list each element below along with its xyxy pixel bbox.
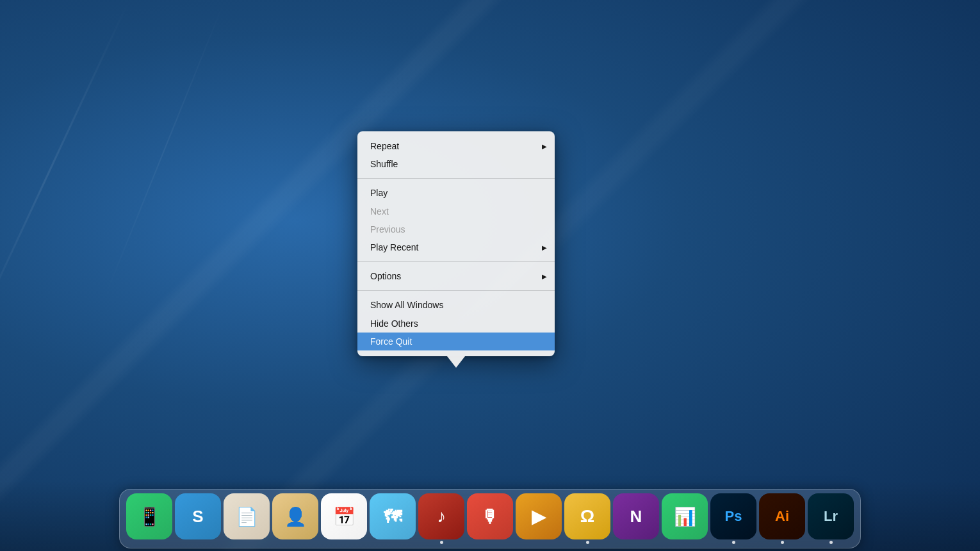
dock-dot-lightroom (829, 541, 833, 544)
dock-item-facetime[interactable]: 📱 (126, 493, 172, 544)
menu-separator (357, 261, 555, 262)
dock-icon-calendar: 📅 (321, 493, 367, 539)
menu-item-label: Force Quit (370, 336, 412, 347)
dock: 📱S📄👤📅🗺♪🎙▶ΩN📊PsAiLr (0, 481, 980, 551)
menu-item-play[interactable]: Play (357, 184, 555, 202)
menu-item-previous: Previous (357, 220, 555, 238)
dock-icon-facetime: 📱 (126, 493, 172, 539)
menu-item-next: Next (357, 202, 555, 220)
dock-icon-photoshop: Ps (710, 493, 756, 539)
dock-dot-photoshop (732, 541, 735, 544)
menu-separator (357, 178, 555, 179)
menu-item-label: Repeat (370, 140, 399, 152)
dock-icon-maps: 🗺 (370, 493, 416, 539)
dock-icon-podcasts: 🎙 (467, 493, 513, 539)
dock-item-calendar[interactable]: 📅 (321, 493, 367, 544)
dock-item-photoshop[interactable]: Ps (710, 493, 756, 544)
menu-item-label: Play (370, 187, 388, 199)
submenu-arrow-icon: ▶ (542, 243, 547, 252)
menu-item-showallwindows[interactable]: Show All Windows (357, 296, 555, 314)
menu-item-label: Hide Others (370, 318, 418, 329)
menu-item-forcequit[interactable]: Force Quit (357, 333, 555, 350)
menu-item-hideothers[interactable]: Hide Others (357, 315, 555, 333)
dock-item-hooks[interactable]: Ω (564, 493, 610, 544)
menu-separator (357, 290, 555, 291)
submenu-arrow-icon: ▶ (542, 272, 547, 281)
dock-item-podcasts[interactable]: 🎙 (467, 493, 513, 544)
dock-item-onenote[interactable]: N (613, 493, 659, 544)
dock-icon-papers: 📄 (224, 493, 270, 539)
submenu-arrow-icon: ▶ (542, 142, 547, 151)
dock-item-plex[interactable]: ▶ (516, 493, 562, 544)
dock-icon-scrivener: S (175, 493, 221, 539)
menu-item-label: Next (370, 206, 389, 217)
menu-item-repeat[interactable]: Repeat▶ (357, 137, 555, 155)
menu-item-options[interactable]: Options▶ (357, 267, 555, 285)
menu-item-label: Options (370, 270, 401, 282)
menu-item-label: Play Recent (370, 242, 418, 253)
dock-icon-onenote: N (613, 493, 659, 539)
dock-item-papers[interactable]: 📄 (224, 493, 270, 544)
menu-item-label: Shuffle (370, 158, 398, 170)
context-menu: Repeat▶ShufflePlayNextPreviousPlay Recen… (357, 131, 555, 356)
menu-item-shuffle[interactable]: Shuffle (357, 155, 555, 173)
dock-icon-numbers: 📊 (662, 493, 708, 539)
dock-dot-itunes (440, 541, 443, 544)
dock-dot-hooks (586, 541, 589, 544)
dock-item-contacts[interactable]: 👤 (272, 493, 318, 544)
dock-icon-lightroom: Lr (808, 493, 854, 539)
dock-icon-contacts: 👤 (272, 493, 318, 539)
dock-item-illustrator[interactable]: Ai (759, 493, 805, 544)
dock-item-numbers[interactable]: 📊 (662, 493, 708, 544)
dock-item-scrivener[interactable]: S (175, 493, 221, 544)
dock-dot-illustrator (781, 541, 784, 544)
menu-item-playrecent[interactable]: Play Recent▶ (357, 238, 555, 256)
dock-inner: 📱S📄👤📅🗺♪🎙▶ΩN📊PsAiLr (119, 489, 861, 548)
menu-item-label: Show All Windows (370, 299, 443, 311)
menu-item-label: Previous (370, 224, 405, 235)
dock-icon-hooks: Ω (564, 493, 610, 539)
dock-icon-itunes: ♪ (418, 493, 464, 539)
dock-icon-illustrator: Ai (759, 493, 805, 539)
dock-item-lightroom[interactable]: Lr (808, 493, 854, 544)
dock-item-itunes[interactable]: ♪ (418, 493, 464, 544)
dock-icon-plex: ▶ (516, 493, 562, 539)
dock-item-maps[interactable]: 🗺 (370, 493, 416, 544)
